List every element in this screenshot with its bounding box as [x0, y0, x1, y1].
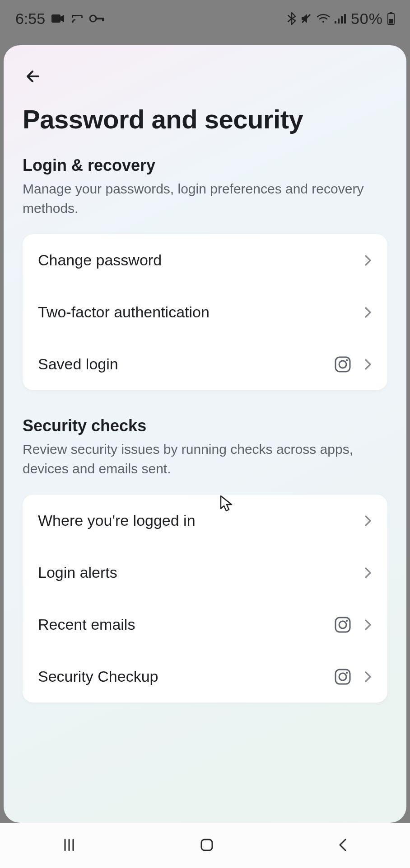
section-desc-security-checks: Review security issues by running checks…: [23, 440, 375, 478]
svg-point-21: [346, 672, 348, 674]
svg-point-2: [90, 15, 96, 22]
svg-rect-0: [51, 14, 61, 23]
cast-icon: [71, 14, 83, 24]
chevron-right-icon: [364, 306, 372, 319]
wifi-icon: [317, 13, 330, 24]
status-time: 6:55: [15, 10, 45, 28]
arrow-left-icon: [24, 67, 43, 87]
svg-rect-12: [389, 19, 393, 24]
change-password-row[interactable]: Change password: [23, 234, 387, 286]
recents-icon: [61, 848, 77, 854]
svg-rect-11: [390, 12, 392, 14]
svg-rect-19: [335, 670, 350, 684]
back-button[interactable]: [20, 63, 47, 90]
chevron-left-icon: [336, 848, 349, 854]
svg-rect-7: [338, 19, 340, 24]
svg-rect-9: [344, 14, 346, 24]
security-checks-card: Where you're logged in Login alerts Rece…: [23, 495, 387, 703]
status-battery: 50%: [351, 10, 383, 28]
instagram-icon: [334, 616, 351, 633]
instagram-icon: [334, 668, 351, 685]
chevron-right-icon: [364, 514, 372, 527]
chevron-right-icon: [364, 566, 372, 579]
status-left: 6:55: [15, 10, 105, 28]
status-right: 50%: [288, 10, 395, 28]
svg-rect-25: [201, 840, 212, 850]
settings-sheet: Password and security Login & recovery M…: [4, 45, 406, 823]
saved-login-row[interactable]: Saved login: [23, 338, 387, 390]
row-label: Recent emails: [38, 616, 325, 633]
two-factor-authentication-row[interactable]: Two-factor authentication: [23, 286, 387, 338]
row-label: Two-factor authentication: [38, 303, 351, 321]
instagram-icon: [334, 356, 351, 373]
svg-rect-16: [335, 618, 350, 632]
section-title-security-checks: Security checks: [23, 416, 387, 435]
svg-rect-13: [335, 357, 350, 372]
svg-rect-6: [335, 21, 336, 24]
svg-point-20: [339, 673, 346, 680]
svg-point-1: [72, 21, 74, 23]
svg-point-15: [346, 359, 348, 361]
row-label: Saved login: [38, 355, 325, 373]
home-button[interactable]: [199, 837, 215, 854]
page-title: Password and security: [23, 104, 387, 134]
login-recovery-card: Change password Two-factor authenticatio…: [23, 234, 387, 390]
bluetooth-icon: [288, 12, 296, 25]
recents-button[interactable]: [61, 837, 77, 854]
home-icon: [199, 848, 215, 854]
section-desc-login-recovery: Manage your passwords, login preferences…: [23, 179, 375, 218]
row-label: Security Checkup: [38, 668, 325, 685]
login-alerts-row[interactable]: Login alerts: [23, 547, 387, 599]
svg-rect-4: [102, 18, 104, 21]
section-title-login-recovery: Login & recovery: [23, 156, 387, 175]
back-nav-button[interactable]: [336, 837, 349, 854]
where-youre-logged-in-row[interactable]: Where you're logged in: [23, 495, 387, 547]
android-nav-bar: [0, 823, 410, 868]
row-label: Change password: [38, 251, 351, 269]
row-label: Login alerts: [38, 564, 351, 581]
signal-icon: [335, 14, 346, 24]
chevron-right-icon: [364, 618, 372, 631]
status-bar: 6:55 50%: [0, 0, 410, 37]
vpn-key-icon: [89, 14, 105, 23]
chevron-right-icon: [364, 254, 372, 267]
recent-emails-row[interactable]: Recent emails: [23, 599, 387, 651]
row-label: Where you're logged in: [38, 512, 351, 529]
chevron-right-icon: [364, 670, 372, 683]
mute-icon: [300, 13, 312, 24]
battery-icon: [387, 12, 395, 25]
svg-rect-8: [341, 16, 343, 24]
security-checkup-row[interactable]: Security Checkup: [23, 651, 387, 703]
video-camera-icon: [51, 14, 65, 24]
svg-point-18: [346, 620, 348, 622]
svg-point-14: [339, 361, 346, 368]
chevron-right-icon: [364, 358, 372, 371]
svg-point-17: [339, 621, 346, 628]
